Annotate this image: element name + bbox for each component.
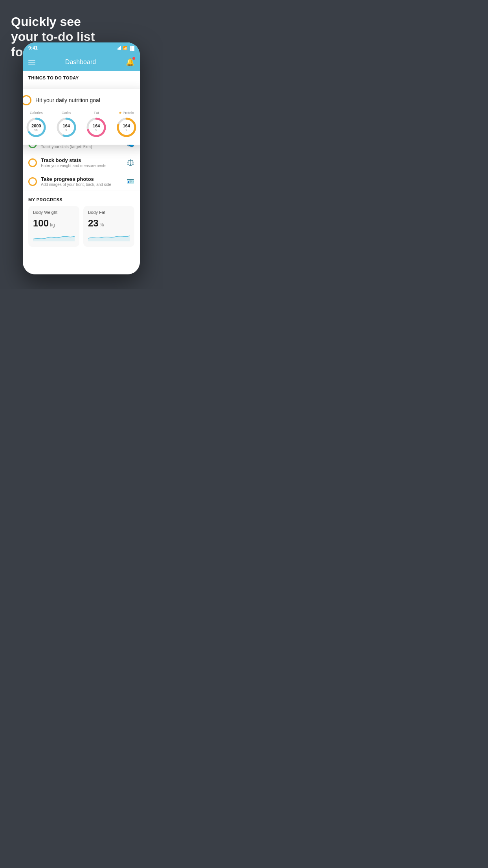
- status-bar: 9:41 📶 ▐█: [23, 42, 140, 53]
- bodystats-icon: ⚖️: [127, 159, 134, 166]
- battery-icon: ▐█: [129, 46, 134, 50]
- list-item[interactable]: Track body stats Enter your weight and m…: [23, 153, 140, 172]
- photos-title: Take progress photos: [41, 176, 123, 182]
- nutrient-fat: Fat 164 g: [85, 111, 107, 138]
- protein-label: ★ Protein: [119, 111, 134, 115]
- body-weight-unit: kg: [50, 222, 55, 228]
- body-weight-number: 100: [33, 218, 49, 229]
- todo-check-circle[interactable]: [23, 95, 31, 105]
- nutrient-calories: Calories 2000 cal: [25, 111, 47, 138]
- body-weight-card[interactable]: Body Weight 100 kg: [28, 206, 79, 247]
- things-section-header: THINGS TO DO TODAY: [23, 71, 140, 83]
- body-weight-label: Body Weight: [33, 210, 75, 215]
- body-fat-unit: %: [100, 222, 104, 228]
- calories-label: Calories: [30, 111, 43, 115]
- status-icons: 📶 ▐█: [117, 46, 134, 50]
- menu-icon[interactable]: [28, 60, 35, 64]
- phone-content: THINGS TO DO TODAY Hit your daily nutrit…: [23, 71, 140, 274]
- nutrient-carbs: Carbs 164 g: [55, 111, 77, 138]
- bodystats-text: Track body stats Enter your weight and m…: [41, 157, 123, 168]
- photos-icon: 🪪: [127, 178, 134, 185]
- photos-text: Take progress photos Add images of your …: [41, 176, 123, 187]
- bodystats-check-circle[interactable]: [28, 158, 37, 167]
- body-fat-chart: [88, 232, 130, 241]
- list-item[interactable]: Take progress photos Add images of your …: [23, 172, 140, 191]
- bodystats-title: Track body stats: [41, 157, 123, 163]
- body-fat-label: Body Fat: [88, 210, 130, 215]
- protein-chart: 164 g: [116, 116, 138, 138]
- body-fat-number: 23: [88, 218, 99, 229]
- phone-mockup: 9:41 📶 ▐█ Dashboard 🔔 THINGS TO DO TODAY: [23, 42, 140, 274]
- nutrition-card: Hit your daily nutrition goal Calories: [23, 89, 140, 145]
- progress-cards: Body Weight 100 kg Body Fat 23 %: [28, 206, 134, 247]
- nutrient-protein: ★ Protein 164 g: [116, 111, 138, 138]
- body-fat-value: 23 %: [88, 218, 130, 229]
- calories-chart: 2000 cal: [25, 116, 47, 138]
- fat-label: Fat: [94, 111, 99, 115]
- photos-subtitle: Add images of your front, back, and side: [41, 182, 123, 187]
- running-subtitle: Track your stats (target: 5km): [41, 145, 123, 149]
- bell-icon[interactable]: 🔔: [126, 58, 134, 66]
- wifi-icon: 📶: [123, 46, 127, 50]
- body-weight-chart: [33, 232, 75, 241]
- card-title: Hit your daily nutrition goal: [35, 97, 100, 103]
- progress-title: MY PROGRESS: [28, 197, 134, 202]
- carbs-chart: 164 g: [55, 116, 77, 138]
- fat-chart: 164 g: [85, 116, 107, 138]
- star-icon: ★: [119, 111, 122, 115]
- card-header: Hit your daily nutrition goal: [23, 95, 140, 105]
- status-time: 9:41: [28, 45, 38, 51]
- notification-dot: [132, 57, 135, 60]
- header-title: Dashboard: [65, 59, 96, 66]
- progress-section: MY PROGRESS Body Weight 100 kg Body Fat: [23, 191, 140, 251]
- bodystats-subtitle: Enter your weight and measurements: [41, 164, 123, 168]
- app-header: Dashboard 🔔: [23, 53, 140, 71]
- body-fat-card[interactable]: Body Fat 23 %: [83, 206, 134, 247]
- body-weight-value: 100 kg: [33, 218, 75, 229]
- signal-icon: [117, 46, 121, 50]
- nutrients-row: Calories 2000 cal: [23, 111, 140, 138]
- carbs-label: Carbs: [62, 111, 71, 115]
- photos-check-circle[interactable]: [28, 177, 37, 186]
